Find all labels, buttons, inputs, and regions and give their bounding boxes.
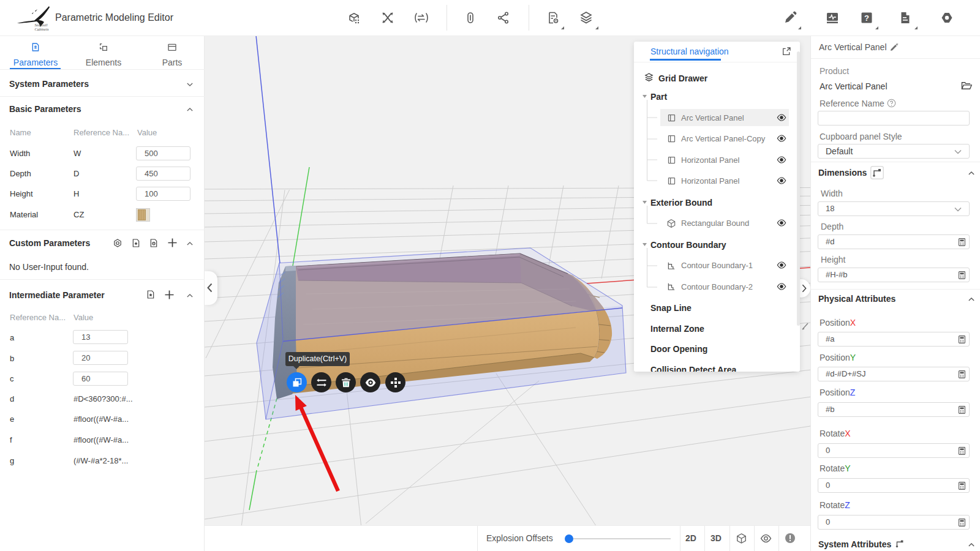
svg-text:Cabinets: Cabinets [34,27,49,31]
svg-text:?: ? [864,13,869,23]
svg-text:SeaGull: SeaGull [35,23,48,27]
